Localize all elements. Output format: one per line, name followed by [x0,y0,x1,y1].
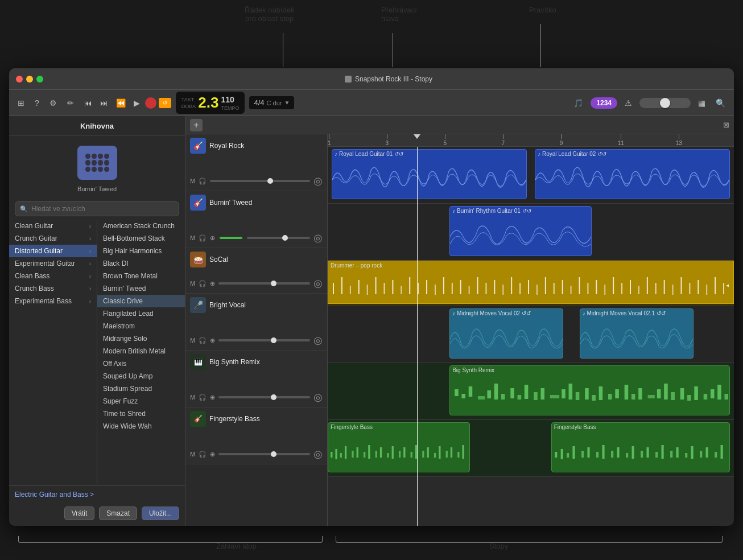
svg-rect-77 [687,395,691,401]
tuner-button[interactable]: 🎵 [571,97,586,109]
pan-knob[interactable]: ◎ [313,391,323,403]
subitem-wide-wah[interactable]: Wide Wide Wah [97,420,185,433]
subitem-super-fuzz[interactable]: Super Fuzz [97,395,185,407]
rewind-button[interactable]: ⏮ [81,97,95,109]
subitem-american-stack[interactable]: American Stack Crunch [97,220,185,232]
pan-knob[interactable]: ◎ [313,448,323,460]
delete-button[interactable]: Smazat [99,507,137,520]
subitem-stadium[interactable]: Stadium Spread [97,382,185,395]
subitem-flangilated[interactable]: Flangilated Lead [97,307,185,320]
metronome-badge[interactable]: 1234 [591,97,617,109]
track-row-big-synth[interactable]: Big Synth Remix [328,363,734,420]
subitem-off-axis[interactable]: Off Axis [97,357,185,370]
add-track-button[interactable]: + [190,119,203,131]
headphones-icon[interactable]: 🎧 [199,280,207,287]
record-button[interactable] [145,97,156,109]
subitem-souped-up[interactable]: Souped Up Amp [97,370,185,382]
headphones-icon[interactable]: 🎧 [199,337,207,344]
smart-controls-button[interactable]: ⊠ [723,121,729,129]
save-button[interactable]: Uložit... [142,507,179,520]
volume-slider[interactable] [218,339,310,341]
pan-knob[interactable]: ◎ [313,175,323,187]
minimize-button[interactable] [26,76,33,83]
track-row-socal[interactable]: Drummer – pop rock [328,261,734,306]
fullscreen-button[interactable] [36,76,43,83]
track-row-bright-vocal[interactable]: ♪ Midnight Moves Vocal 02 ↺↺ ♪ Midnight … [328,306,734,363]
track-row-fingerstyle-bass[interactable]: Fingerstyle Bass [328,420,734,477]
clip-royal-lead-02[interactable]: ♪ Royal Lead Guitar 02 ↺↺ [535,149,730,199]
volume-slider[interactable] [218,453,310,455]
sidebar-item-crunch-bass[interactable]: Crunch Bass › [9,282,97,295]
help-button[interactable]: ? [32,97,42,109]
subitem-bell-bottomed[interactable]: Bell-Bottomed Stack [97,232,185,245]
record-arm-icon[interactable]: ⊕ [210,337,215,344]
tracks-content: ♪ Royal Lead Guitar 01 ↺↺ ♪ Royal Lead G… [328,147,734,526]
cycle-button[interactable]: ↺ [159,98,171,108]
mute-button[interactable]: M [190,337,195,344]
headphones-icon[interactable]: 🎧 [199,178,207,185]
subitem-time-to-shred[interactable]: Time to Shred [97,407,185,420]
sidebar-item-crunch-guitar[interactable]: Crunch Guitar › [9,232,97,245]
subitem-midrange[interactable]: Midrange Solo [97,332,185,345]
mute-button[interactable]: M [190,234,195,241]
footer-link[interactable]: Electric Guitar and Bass > [15,491,94,499]
subitem-maelstrom[interactable]: Maelstrom [97,320,185,332]
subitem-black-di[interactable]: Black DI [97,257,185,270]
time-signature-display[interactable]: 4/4 C dur ▼ [249,96,294,109]
mute-button[interactable]: M [190,394,195,401]
revert-button[interactable]: Vrátit [64,507,95,520]
volume-slider[interactable] [247,237,310,239]
record-arm-icon[interactable]: ⊕ [210,394,215,401]
playhead-indicator[interactable] [414,134,420,139]
pencil-button[interactable]: ✏ [64,97,77,109]
grid-view-button[interactable]: ▦ [695,97,708,109]
track-row-royal-rock[interactable]: ♪ Royal Lead Guitar 01 ↺↺ ♪ Royal Lead G… [328,147,734,204]
svg-rect-3 [358,280,360,294]
headphones-icon[interactable]: 🎧 [199,234,207,242]
sidebar-item-experimental-guitar[interactable]: Experimental Guitar › [9,257,97,270]
mute-button[interactable]: M [190,178,195,184]
clip-midnight-vocal-02[interactable]: ♪ Midnight Moves Vocal 02 ↺↺ [449,308,563,359]
clip-fingerstyle-bass-2[interactable]: Fingerstyle Bass [551,422,730,472]
fast-forward-button[interactable]: ⏭ [97,97,111,109]
sidebar-item-distorted-guitar[interactable]: Distorted Guitar › [9,245,97,257]
volume-slider[interactable] [210,180,310,182]
sidebar-item-clean-guitar[interactable]: Clean Guitar › [9,220,97,232]
subitem-big-hair[interactable]: Big Hair Harmonics [97,245,185,257]
subitem-classic-drive[interactable]: Classic Drive [97,295,185,307]
sidebar-item-experimental-bass[interactable]: Experimental Bass › [9,295,97,307]
master-volume-slider[interactable] [639,98,691,108]
library-toggle-button[interactable]: ⊞ [15,97,27,109]
record-arm-icon[interactable]: ⊕ [210,234,215,242]
volume-slider[interactable] [218,396,310,398]
timeline-area: 1 3 5 7 [328,134,734,526]
mute-button[interactable]: M [190,280,195,287]
pan-knob[interactable]: ◎ [313,277,323,290]
go-to-start-button[interactable]: ⏪ [113,97,129,109]
mute-button[interactable]: M [190,451,195,458]
clip-burnin-rhythm-01[interactable]: ♪ Burnin' Rhythm Guitar 01 ↺↺ [449,206,592,256]
headphones-icon[interactable]: 🎧 [199,394,207,401]
search-button[interactable]: 🔍 [713,97,728,109]
play-button[interactable]: ▶ [131,97,143,109]
pan-knob[interactable]: ◎ [313,334,323,347]
warning-button[interactable]: ⚠ [622,97,635,109]
close-button[interactable] [16,76,23,83]
clip-royal-lead-01[interactable]: ♪ Royal Lead Guitar 01 ↺↺ [332,149,527,199]
clip-big-synth-remix[interactable]: Big Synth Remix [449,365,730,415]
clip-drummer-pop-rock[interactable]: Drummer – pop rock [328,261,734,304]
pan-knob[interactable]: ◎ [313,232,323,244]
subitem-burnin-tweed[interactable]: Burnin' Tweed [97,282,185,295]
volume-slider[interactable] [218,282,310,285]
track-row-burnin-tweed[interactable]: ♪ Burnin' Rhythm Guitar 01 ↺↺ [328,204,734,261]
sidebar-item-clean-bass[interactable]: Clean Bass › [9,270,97,282]
search-box[interactable]: 🔍 Hledat ve zvucích [15,201,179,216]
headphones-icon[interactable]: 🎧 [199,451,207,458]
record-arm-icon[interactable]: ⊕ [210,451,215,458]
subitem-brown-tone[interactable]: Brown Tone Metal [97,270,185,282]
clip-midnight-vocal-021[interactable]: ♪ Midnight Moves Vocal 02.1 ↺↺ [580,308,694,359]
subitem-modern-british[interactable]: Modern British Metal [97,345,185,357]
settings-button[interactable]: ⚙ [47,97,60,109]
record-arm-icon[interactable]: ⊕ [210,280,215,287]
clip-fingerstyle-bass-1[interactable]: Fingerstyle Bass [328,422,470,472]
